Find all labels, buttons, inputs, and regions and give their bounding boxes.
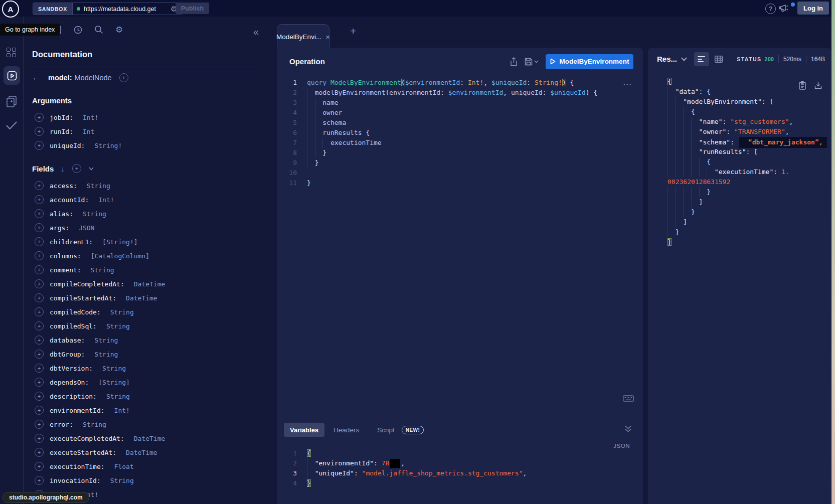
announcements-icon[interactable] <box>779 4 790 13</box>
query-editor[interactable]: 1query ModelByEnvironment($environmentId… <box>277 75 643 188</box>
keyboard-shortcuts-icon[interactable] <box>623 395 634 402</box>
field-type[interactable]: String <box>87 182 110 190</box>
field-name[interactable]: executeStartedAt: <box>50 449 116 456</box>
add-to-query-icon[interactable]: + <box>35 476 44 485</box>
schema-diff-icon[interactable] <box>6 95 18 108</box>
run-operation-button[interactable]: ModelByEnvironment <box>546 54 633 69</box>
field-type[interactable]: String <box>110 477 134 484</box>
type-link[interactable]: ModelNode <box>75 74 112 82</box>
add-to-query-icon[interactable]: + <box>35 195 44 204</box>
share-icon[interactable] <box>510 57 518 66</box>
search-icon[interactable] <box>94 25 103 34</box>
tab-script[interactable]: Script <box>368 426 404 434</box>
response-dropdown-chevron-icon[interactable] <box>681 57 687 61</box>
publish-button[interactable]: Publish <box>176 3 209 14</box>
field-type[interactable]: [String] <box>98 379 130 386</box>
add-to-query-icon[interactable]: + <box>35 307 44 316</box>
field-name[interactable]: comment: <box>50 266 81 274</box>
collapse-variables-icon[interactable] <box>624 425 632 432</box>
field-name[interactable]: uniqueId: <box>50 142 85 149</box>
field-type[interactable]: [CatalogColumn] <box>91 252 149 260</box>
add-to-query-icon[interactable]: + <box>35 378 44 387</box>
field-type[interactable]: String <box>83 421 106 428</box>
explorer-nav-button[interactable] <box>4 66 20 85</box>
add-all-fields-icon[interactable]: + <box>72 164 81 173</box>
tab-variables[interactable]: Variables <box>284 423 324 437</box>
add-to-query-icon[interactable]: + <box>35 448 44 457</box>
login-button[interactable]: Log in <box>797 2 829 15</box>
field-name[interactable]: environmentId: <box>50 407 105 414</box>
field-type[interactable]: Int! <box>83 114 98 121</box>
field-name[interactable]: args: <box>50 224 69 232</box>
variables-editor[interactable]: 1{2 "environmentId": 78,3 "uniqueId": "m… <box>277 448 643 488</box>
field-type[interactable]: Int <box>83 128 94 135</box>
add-to-query-icon[interactable]: + <box>35 279 44 288</box>
new-tab-button[interactable]: + <box>350 25 356 37</box>
field-name[interactable]: access: <box>50 182 77 190</box>
add-to-query-icon[interactable]: + <box>35 209 44 218</box>
field-type[interactable]: DateTime <box>134 435 165 442</box>
graph-index-icon[interactable] <box>7 48 16 59</box>
field-type[interactable]: Int! <box>98 196 114 204</box>
editor-more-options-icon[interactable]: ⋯ <box>623 79 632 90</box>
add-to-query-icon[interactable]: + <box>35 181 44 190</box>
add-to-query-icon[interactable]: + <box>35 321 44 330</box>
download-response-icon[interactable] <box>814 81 822 90</box>
field-type[interactable]: String <box>110 308 134 316</box>
sort-fields-icon[interactable]: ↓ <box>61 164 65 173</box>
field-name[interactable]: error: <box>50 421 73 428</box>
add-to-query-icon[interactable]: + <box>35 127 44 136</box>
field-name[interactable]: description: <box>50 393 97 400</box>
add-to-query-icon[interactable]: + <box>35 392 44 401</box>
field-type[interactable]: String <box>94 337 118 344</box>
field-name[interactable]: dbtGroup: <box>50 351 85 358</box>
scrollbar[interactable] <box>831 0 835 504</box>
field-name[interactable]: columns: <box>50 252 81 260</box>
add-to-query-icon[interactable]: + <box>35 434 44 443</box>
field-name[interactable]: dbtVersion: <box>50 365 93 372</box>
field-type[interactable]: String <box>106 322 130 330</box>
field-type[interactable]: DateTime <box>126 449 157 456</box>
save-icon[interactable] <box>525 58 533 66</box>
field-name[interactable]: compileCompletedAt: <box>50 280 124 288</box>
field-name[interactable]: executeCompletedAt: <box>50 435 124 442</box>
add-to-query-icon[interactable]: + <box>35 265 44 274</box>
field-type[interactable]: Float <box>114 463 134 470</box>
field-name[interactable]: compileStartedAt: <box>50 294 116 302</box>
field-name[interactable]: executionTime: <box>50 463 105 470</box>
save-operation-control[interactable] <box>525 58 539 66</box>
add-to-query-icon[interactable]: + <box>35 420 44 429</box>
apollo-logo[interactable]: A <box>2 1 19 18</box>
add-to-query-icon[interactable]: + <box>35 113 44 122</box>
field-name[interactable]: childrenL1: <box>50 238 93 246</box>
field-type[interactable]: String <box>91 266 114 274</box>
field-type[interactable]: [String!] <box>102 238 137 246</box>
add-to-query-icon[interactable]: + <box>35 406 44 415</box>
history-icon[interactable] <box>74 26 82 34</box>
add-to-query-icon[interactable]: + <box>35 462 44 471</box>
save-dropdown-chevron-icon[interactable] <box>534 60 539 63</box>
field-type[interactable]: String! <box>94 142 122 149</box>
field-type[interactable]: String <box>102 365 126 372</box>
add-to-query-icon[interactable]: + <box>35 293 44 302</box>
add-to-query-icon[interactable]: + <box>35 141 44 150</box>
tab-modelbyenvironment[interactable]: ModelByEnvi... × <box>277 24 329 49</box>
tab-headers[interactable]: Headers <box>324 426 368 434</box>
add-to-query-icon[interactable]: + <box>35 251 44 260</box>
add-to-query-icon[interactable]: + <box>35 364 44 373</box>
collapse-sidebar-icon[interactable]: « <box>253 26 259 38</box>
field-type[interactable]: DateTime <box>134 280 165 288</box>
response-json[interactable]: { "data": { "modelByEnvironment": [ { "n… <box>664 77 831 247</box>
add-to-query-icon[interactable]: + <box>35 223 44 232</box>
field-name[interactable]: jobId: <box>50 114 73 121</box>
checklist-icon[interactable] <box>6 121 18 130</box>
field-type[interactable]: DateTime <box>126 294 157 302</box>
field-type[interactable]: String <box>106 393 130 400</box>
field-name[interactable]: compiledCode: <box>50 308 101 316</box>
close-tab-icon[interactable]: × <box>325 33 330 41</box>
endpoint-url-field[interactable]: https://metadata.cloud.get ⚙ <box>73 3 181 15</box>
back-arrow-icon[interactable]: ← <box>32 73 42 83</box>
settings-gear-icon[interactable]: ⚙ <box>115 25 123 35</box>
copy-response-icon[interactable] <box>799 81 806 90</box>
endpoint-url-text[interactable]: https://metadata.cloud.get <box>84 6 167 13</box>
